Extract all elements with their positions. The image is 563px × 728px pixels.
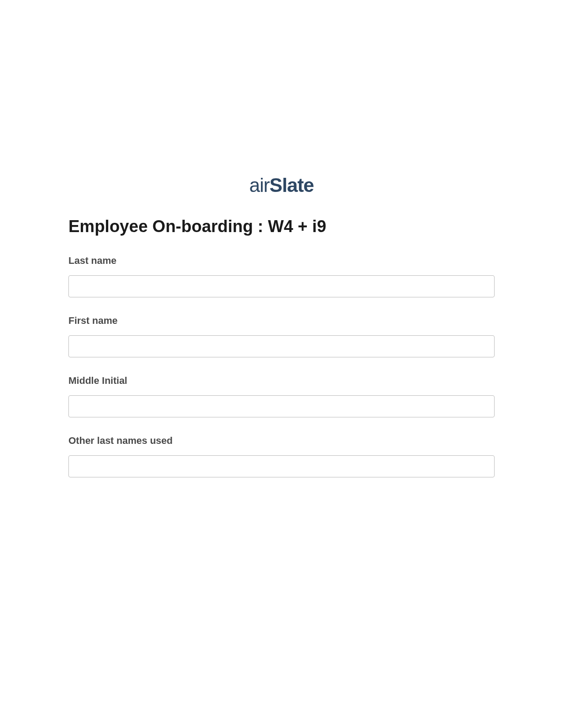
field-last-name: Last name — [68, 255, 495, 297]
last-name-label: Last name — [68, 255, 495, 266]
last-name-input[interactable] — [68, 275, 495, 297]
field-first-name: First name — [68, 315, 495, 357]
logo: airSlate — [249, 174, 314, 196]
page-title: Employee On-boarding : W4 + i9 — [68, 217, 326, 236]
field-other-last-names: Other last names used — [68, 435, 495, 477]
other-last-names-input[interactable] — [68, 455, 495, 477]
middle-initial-input[interactable] — [68, 395, 495, 417]
logo-part2: Slate — [269, 174, 314, 196]
other-last-names-label: Other last names used — [68, 435, 495, 447]
logo-part1: air — [249, 174, 269, 196]
middle-initial-label: Middle Initial — [68, 375, 495, 387]
first-name-label: First name — [68, 315, 495, 326]
field-middle-initial: Middle Initial — [68, 375, 495, 417]
first-name-input[interactable] — [68, 335, 495, 357]
